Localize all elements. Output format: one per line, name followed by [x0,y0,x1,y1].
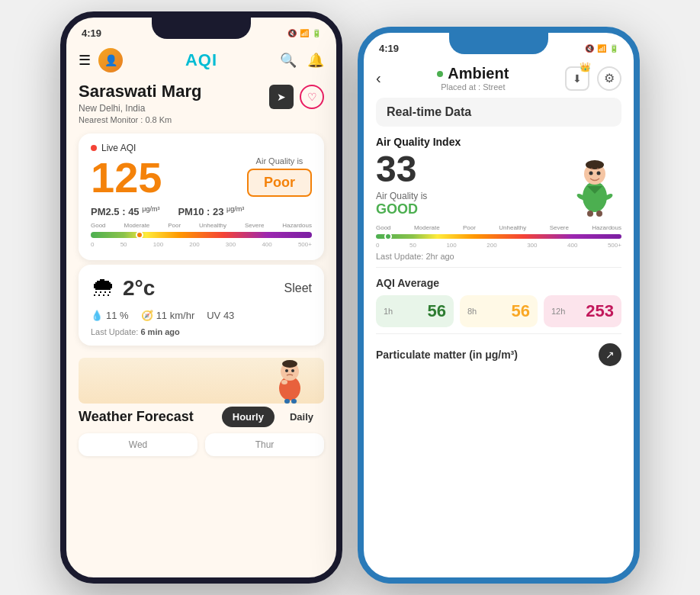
poor-badge: Poor [247,169,312,197]
phone1-time: 4:19 [82,27,101,39]
tab-hourly[interactable]: Hourly [222,407,275,427]
p2-content: Air Quality Index 33 Air Quality is GOOD [364,127,634,374]
phone-1: 4:19 🔇 📶 🔋 ☰ 👤 AQI 🔍 🔔 Saraswati Marg [60,11,342,584]
download-button[interactable]: 👑 ⬇ [565,66,589,91]
avg-card-12h: 12h 253 [544,295,621,327]
search-icon[interactable]: 🔍 [280,52,297,69]
avg-card-1h: 1h 56 [376,295,454,327]
phone1-header: ☰ 👤 AQI 🔍 🔔 [66,45,336,79]
avg-8h-period: 8h [467,307,477,316]
scale-indicator-p2 [384,233,392,240]
scale-labels: Good Moderate Poor Unhealthy Severe Haza… [91,222,312,229]
weather-type: Sleet [284,281,312,295]
ambient-title-area: Ambient Placed at : Street [437,65,509,92]
air-quality-label: Air Quality is [376,191,461,201]
forecast-header: Weather Forecast Hourly Daily [79,407,324,427]
pm25-item: PM2.5 : 45 μg/m³ [91,205,159,217]
aqi-avg-section: AQI Average 1h 56 8h 56 12h 253 [376,277,621,327]
location-text: Saraswati Marg New Delhi, India Nearest … [79,82,201,124]
last-update-p2: Last Update: 2hr ago [376,252,621,261]
aqi-section: Live AQI 125 Air Quality is Poor PM2.5 :… [79,133,324,260]
pm10-label: PM10 : [178,206,210,217]
svg-point-11 [589,172,592,175]
svg-point-4 [291,369,294,372]
aqi-index-left: Air Quality Index 33 Air Quality is GOOD [376,136,461,217]
forecast-days: Wed Thur [79,433,324,459]
phone1-notch [152,18,251,39]
realtime-title: Real-time Data [387,105,471,118]
location-city: New Delhi, India [79,103,201,114]
last-update-text: Last Update: 6 min ago [91,327,312,336]
location-name: Saraswati Marg [79,82,201,101]
phone1-status-icons: 🔇 📶 🔋 [287,29,321,37]
scale-bar-p2 [376,234,621,239]
aqi-index-label: Air Quality Index [376,136,461,148]
aqi-index-value: 33 [376,151,461,188]
bell-icon[interactable]: 🔔 [307,52,324,69]
crown-icon: 👑 [580,62,591,72]
active-indicator [437,71,443,77]
ambient-status-row: Ambient [437,65,509,82]
export-button[interactable]: ↗ [599,343,621,366]
settings-button[interactable]: ⚙ [597,66,621,91]
weather-section: 🌨 2°c Sleet 💧 11 % 🧭 11 km/hr UV 43 [79,265,324,346]
divider-2 [376,333,621,334]
avg-1h-period: 1h [384,307,393,316]
phone-2: 4:19 🔇 📶 🔋 ‹ Ambient Placed at : Street … [358,27,640,584]
phone2-header: ‹ Ambient Placed at : Street 👑 ⬇ ⚙ [364,60,634,98]
scale-numbers: 050100200300400500+ [91,241,312,248]
svg-point-5 [281,380,287,384]
hamburger-icon[interactable]: ☰ [79,52,91,69]
humidity-value: 11 % [106,310,129,321]
last-update-time: 6 min ago [140,327,179,336]
scale-labels-p2: Good Moderate Poor Unhealthy Severe Haza… [376,224,621,231]
location-section: Saraswati Marg New Delhi, India Nearest … [66,79,336,130]
humidity-item: 💧 11 % [91,310,129,321]
phone2-notch [449,33,548,54]
particulate-title: Particulate matter (in μg/m³) [376,349,518,361]
wind-icon: 🧭 [141,310,153,321]
app-logo: AQI [185,50,217,70]
svg-point-10 [586,160,604,169]
wifi-icon: 📶 [300,29,309,37]
svg-point-3 [285,369,288,372]
uv-item: UV 43 [207,310,234,321]
mascot-area [79,350,324,404]
live-aqi-label: Live AQI [91,143,312,153]
nearest-monitor: Nearest Monitor : 0.8 Km [79,115,201,124]
favorite-button[interactable]: ♡ [300,85,324,109]
navigation-button[interactable]: ➤ [269,85,294,109]
air-quality-is-label: Air Quality is [247,156,312,166]
avg-cards: 1h 56 8h 56 12h 253 [376,295,621,327]
avg-8h-value: 56 [512,301,530,321]
mascot-character [271,350,309,404]
forecast-day-1: Wed [79,433,197,456]
pm25-value: 45 [128,206,139,217]
pm-row: PM2.5 : 45 μg/m³ PM10 : 23 μg/m³ [91,205,312,217]
avg-12h-period: 12h [551,307,565,316]
air-quality-status: Air Quality is Poor [247,156,312,197]
pm25-label: PM2.5 : [91,206,126,217]
aqi-index-section: Air Quality Index 33 Air Quality is GOOD [376,134,621,218]
phone1-header-right: 🔍 🔔 [280,52,324,69]
pm10-unit: μg/m³ [226,205,244,213]
battery2-icon: 🔋 [609,44,618,53]
avg-card-8h: 8h 56 [460,295,538,327]
weather-details: 💧 11 % 🧭 11 km/hr UV 43 [91,310,312,321]
wifi2-icon: 📶 [597,44,606,53]
tab-daily[interactable]: Daily [279,407,324,427]
placed-at: Placed at : Street [441,82,505,92]
back-button[interactable]: ‹ [376,69,381,87]
wind-item: 🧭 11 km/hr [141,310,195,321]
svg-point-2 [282,360,297,368]
particulate-section: Particulate matter (in μg/m³) ↗ [376,343,621,366]
svg-rect-15 [587,211,593,217]
location-actions: ➤ ♡ [269,85,324,109]
wind-value: 11 km/hr [156,310,195,321]
phone2-status-icons: 🔇 📶 🔋 [585,44,618,53]
weather-left: 🌨 2°c [91,274,155,302]
avatar[interactable]: 👤 [98,48,123,72]
svg-rect-6 [284,399,290,404]
mascot-p2 [568,134,621,218]
aqi-avg-title: AQI Average [376,277,621,289]
